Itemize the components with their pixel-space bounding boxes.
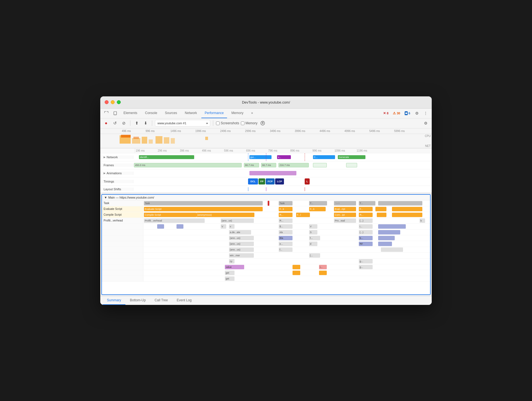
minimize-button[interactable] (111, 100, 115, 104)
fb-blue-3[interactable] (378, 236, 395, 240)
flame-block-compile-fl[interactable]: F...l (296, 213, 310, 217)
fb-xla[interactable]: xla (279, 230, 293, 234)
fb-dollar[interactable]: $... (279, 224, 293, 229)
upload-button[interactable]: ⬆ (133, 120, 140, 127)
flame-content-profile[interactable]: Profili...verhead (ano...us) R... Pro...… (143, 218, 430, 223)
flame-block-eval-5[interactable] (392, 207, 422, 211)
flame-block-prof-b[interactable]: b (420, 218, 425, 223)
animations-content[interactable] (133, 169, 432, 177)
flame-block-compile-extra[interactable] (377, 213, 386, 217)
flame-content-11[interactable]: value i... g... (143, 264, 430, 270)
frames-content[interactable]: 450.0 ms 66.7 ms 66.7 ms 216.7 ms (133, 161, 432, 169)
flame-content-7[interactable]: (ano...us) e... d RF (143, 241, 430, 247)
fb-winmer[interactable]: win...mer (229, 253, 254, 258)
fb-yellow-2[interactable] (293, 271, 300, 275)
fb-ano1[interactable]: (ano...us) (229, 236, 254, 240)
error-count-badge[interactable]: ✕ 8 (381, 111, 390, 116)
fb-yellow-1[interactable] (293, 265, 300, 269)
info-count-badge[interactable]: ■ 6 (403, 111, 412, 116)
fb-paren3[interactable]: (... (309, 253, 320, 258)
devtools-settings-button[interactable]: ⚙ (413, 109, 421, 117)
fb-small-1[interactable] (177, 224, 183, 229)
fb-V2[interactable]: V (309, 224, 317, 229)
flame-block-prof-pro[interactable]: Pro...ead (334, 218, 356, 223)
fb-blue-4[interactable] (378, 242, 392, 246)
animations-expand-arrow[interactable]: ▶ (104, 172, 106, 175)
fb-blue-2[interactable] (378, 230, 400, 234)
reload-record-button[interactable]: ↺ (111, 120, 118, 127)
flame-content-4[interactable]: V v $... V i... (143, 224, 430, 229)
tab-bottom-up[interactable]: Bottom-Up (125, 296, 150, 305)
fb-e1[interactable]: e... (279, 242, 293, 246)
flame-block-anon-1[interactable]: (anonymous) (196, 213, 254, 217)
maximize-button[interactable] (117, 100, 121, 104)
flame-block-task-t1[interactable]: T... (309, 201, 327, 205)
flame-content-evaluate[interactable]: Evaluate Script F...k F...k Eval...ript … (143, 206, 430, 212)
device-toolbar-button[interactable] (111, 109, 119, 117)
fb-value[interactable]: value (225, 265, 244, 269)
tab-summary[interactable]: Summary (102, 296, 125, 305)
flame-content-12[interactable]: get (143, 270, 430, 276)
download-button[interactable]: ⬇ (142, 120, 149, 127)
flame-chart[interactable]: Task Task Task T... Task T... Evaluate S… (102, 200, 430, 294)
fb-g1[interactable]: g... (359, 259, 373, 263)
tab-memory[interactable]: Memory (228, 108, 247, 118)
main-expand-icon[interactable]: ▼ (104, 196, 107, 199)
flame-content-9[interactable]: win...mer (... (143, 253, 430, 258)
garbage-collect-button[interactable] (259, 120, 266, 127)
flame-block-eval-er[interactable]: Eval...ript (334, 207, 356, 211)
flame-block-prof-anon[interactable]: (ano...us) (221, 218, 254, 223)
flame-block-prof-r[interactable]: R... (279, 218, 293, 223)
fb-i[interactable]: i... (359, 224, 373, 229)
tab-call-tree[interactable]: Call Tree (150, 296, 172, 305)
devtools-more-button[interactable]: ⋮ (422, 109, 430, 117)
fb-b1[interactable]: b... (359, 236, 373, 240)
flame-block-compile-1[interactable]: Compile Script (144, 213, 196, 217)
fb-bla[interactable]: Bla (279, 236, 293, 240)
fb-i2[interactable]: i... (319, 265, 327, 269)
clear-button[interactable]: ⊘ (120, 120, 127, 127)
screenshots-checkbox-label[interactable]: Screenshots (216, 121, 239, 125)
tab-performance[interactable]: Performance (201, 108, 227, 118)
close-button[interactable] (105, 100, 109, 104)
recording-selector[interactable]: www.youtube.com #1 ▾ (155, 120, 210, 126)
fb-f2[interactable]: f... (279, 247, 293, 252)
tab-network[interactable]: Network (181, 108, 200, 118)
flame-content-6[interactable]: (ano...us) Bla f... b... (143, 235, 430, 241)
fb-ano2[interactable]: (ano...us) (229, 242, 254, 246)
flame-block-compile-5[interactable] (392, 213, 422, 217)
fb-v[interactable]: v (229, 224, 235, 229)
fb-get1[interactable]: get (225, 271, 235, 275)
warning-count-badge[interactable]: ⚠ 30 (391, 111, 402, 116)
fb-get2[interactable]: get (225, 276, 235, 281)
fb-blue-1[interactable] (378, 224, 406, 229)
flame-block-compile-r2[interactable]: R... (359, 213, 373, 217)
flame-block-task-2[interactable]: Task (279, 201, 293, 205)
fb-ano3[interactable]: (ano...us) (229, 247, 254, 252)
fb-v1[interactable] (157, 224, 164, 229)
flame-block-prof-1[interactable]: Profili...verhead (144, 218, 205, 223)
timings-content[interactable]: DCL FP FCP LCP L (133, 177, 432, 186)
flame-content-task[interactable]: Task Task T... Task T... (143, 200, 430, 206)
flame-block-prof-paren[interactable]: (...) (359, 218, 373, 223)
flame-content-13[interactable]: get (143, 276, 430, 281)
screenshots-checkbox[interactable] (216, 122, 220, 125)
flame-content-compile[interactable]: Compile Script (anonymous) R... F...l Co… (143, 212, 430, 218)
fb-yellow-3[interactable] (319, 271, 327, 275)
layout-shifts-content[interactable] (133, 186, 432, 192)
fb-paren2[interactable]: (...) (359, 230, 373, 234)
tab-more[interactable]: » (248, 108, 256, 118)
network-expand-arrow[interactable]: ▶ (104, 156, 106, 159)
flame-block-eval-fk1[interactable]: F...k (279, 207, 293, 211)
fb-RF[interactable]: RF (359, 242, 373, 246)
tab-sources[interactable]: Sources (162, 108, 180, 118)
flame-block-eval-extra[interactable] (375, 207, 386, 211)
flame-block-compile-r1[interactable]: R... (279, 213, 293, 217)
flame-content-8[interactable]: (ano...us) f... (143, 247, 430, 252)
fb-f1[interactable]: f... (309, 236, 320, 240)
tab-event-log[interactable]: Event Log (172, 296, 196, 305)
tab-elements[interactable]: Elements (120, 108, 141, 118)
fb-d[interactable]: d (309, 242, 317, 246)
memory-checkbox[interactable] (241, 122, 244, 125)
flame-content-5[interactable]: a.de...ate xla S (...) (143, 229, 430, 235)
